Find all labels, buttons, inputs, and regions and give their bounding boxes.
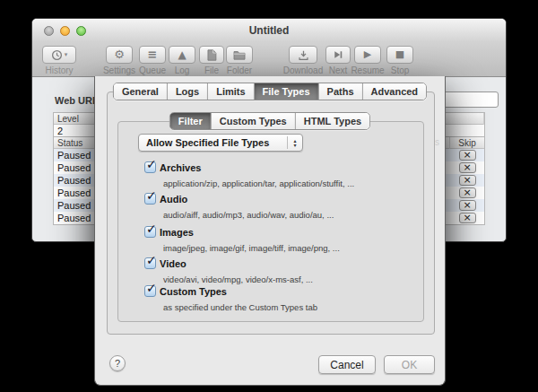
settings-button[interactable]: ⚙: [106, 46, 133, 64]
file-type-mode-select[interactable]: Allow Specified File Types ▴ ▾: [138, 134, 303, 152]
audio-detail: audio/aiff, audio/mp3, audio/wav, audio/…: [163, 210, 334, 220]
resume-button[interactable]: ▶: [354, 46, 381, 64]
skip-x-button[interactable]: ×: [459, 200, 476, 211]
skip-next-icon: [333, 49, 343, 60]
file-type-mode-value: Allow Specified File Types: [139, 137, 287, 148]
queue-button[interactable]: ≡: [139, 46, 166, 64]
settings-tool[interactable]: ⚙ Settings: [106, 46, 133, 64]
queue-tool[interactable]: ≡ Queue: [139, 46, 166, 64]
skip-x-button[interactable]: ×: [459, 213, 476, 223]
clock-icon: [51, 49, 63, 61]
queue-list-icon: ≡: [148, 47, 158, 63]
main-tab-bar: General Logs Limits File Types Paths Adv…: [113, 83, 427, 100]
close-button[interactable]: [44, 26, 54, 36]
folder-icon: [233, 49, 246, 60]
history-button[interactable]: ▾: [42, 46, 76, 64]
audio-checkbox[interactable]: ✓: [144, 193, 156, 205]
checkmark-icon: ✓: [146, 157, 157, 171]
video-label: Video: [160, 258, 187, 269]
file-label: File: [204, 65, 219, 75]
resume-tool[interactable]: ▶ Resume: [354, 46, 381, 64]
file-tool[interactable]: File: [199, 46, 224, 64]
settings-label: Settings: [103, 65, 135, 75]
tab-html-types[interactable]: HTML Types: [295, 113, 369, 129]
next-label: Next: [329, 65, 348, 75]
audio-label: Audio: [160, 194, 187, 205]
skip-x-button[interactable]: ×: [459, 187, 476, 198]
help-button[interactable]: ?: [109, 355, 126, 371]
stop-label: Stop: [391, 65, 410, 75]
minimize-button[interactable]: [60, 26, 70, 36]
file-button[interactable]: [199, 46, 224, 64]
stop-button[interactable]: ■: [386, 46, 413, 64]
custom-types-label: Custom Types: [160, 286, 227, 297]
queue-label: Queue: [139, 65, 166, 75]
video-checkbox[interactable]: ✓: [144, 257, 156, 269]
ok-button[interactable]: OK: [384, 355, 435, 374]
level-column-header[interactable]: Level: [54, 113, 97, 125]
archives-checkbox[interactable]: ✓: [144, 161, 156, 173]
video-detail: video/avi, video/mpg, video/x-ms-asf, ..…: [163, 274, 313, 284]
checkmark-icon: ✓: [146, 253, 157, 267]
checkmark-icon: ✓: [146, 222, 157, 236]
gear-icon: ⚙: [114, 47, 125, 63]
tab-logs[interactable]: Logs: [167, 83, 207, 100]
archives-label: Archives: [160, 162, 201, 173]
custom-types-detail: as specified under the Custom Types tab: [163, 302, 317, 312]
document-icon: [206, 49, 217, 61]
preferences-sheet: https://www.w Files Downloaded 0 Files R…: [94, 76, 446, 386]
log-button[interactable]: ▲: [169, 46, 195, 64]
stop-icon: ■: [395, 47, 404, 63]
skip-x-button[interactable]: ×: [459, 162, 476, 173]
tab-limits[interactable]: Limits: [207, 83, 253, 100]
tab-custom-types[interactable]: Custom Types: [211, 113, 295, 129]
download-icon: [298, 49, 309, 61]
download-tool[interactable]: Download: [289, 46, 317, 64]
history-tool[interactable]: ▾ History: [42, 46, 76, 64]
window-title: Untitled: [32, 19, 506, 42]
checkmark-icon: ✓: [146, 281, 157, 295]
images-checkbox[interactable]: ✓: [144, 226, 156, 238]
zoom-button[interactable]: [76, 26, 86, 36]
log-tool[interactable]: ▲ Log: [169, 46, 195, 64]
resume-label: Resume: [351, 65, 384, 75]
download-label: Download: [283, 65, 323, 75]
images-label: Images: [160, 227, 194, 238]
log-label: Log: [175, 65, 190, 75]
stop-tool[interactable]: ■ Stop: [386, 46, 413, 64]
tab-file-types[interactable]: File Types: [254, 83, 318, 100]
play-icon: ▶: [364, 47, 371, 63]
traffic-lights: [44, 26, 86, 36]
popup-arrows-icon: ▴ ▾: [287, 136, 302, 149]
folder-label: Folder: [227, 65, 252, 75]
next-button[interactable]: [325, 46, 351, 64]
warning-triangle-icon: ▲: [178, 47, 186, 63]
tab-filter[interactable]: Filter: [170, 113, 211, 129]
skip-column-header[interactable]: Skip: [450, 137, 484, 149]
skip-x-button[interactable]: ×: [459, 175, 476, 186]
download-button[interactable]: [289, 46, 317, 64]
tab-advanced[interactable]: Advanced: [362, 83, 427, 100]
folder-tool[interactable]: Folder: [226, 46, 253, 64]
tab-paths[interactable]: Paths: [318, 83, 362, 100]
next-tool[interactable]: Next: [325, 46, 351, 64]
sub-tab-bar: Filter Custom Types HTML Types: [169, 112, 370, 130]
title-bar[interactable]: Untitled: [32, 19, 506, 42]
chevron-down-icon: ▾: [65, 51, 68, 58]
skip-x-button[interactable]: ×: [459, 150, 476, 161]
checkmark-icon: ✓: [146, 188, 157, 203]
images-detail: image/jpeg, image/gif, image/tiff, image…: [163, 243, 340, 253]
cancel-button[interactable]: Cancel: [318, 355, 376, 374]
custom-types-checkbox[interactable]: ✓: [144, 285, 156, 297]
history-label: History: [45, 65, 73, 75]
arrow-down-icon: ▾: [293, 143, 296, 147]
archives-detail: application/zip, application/tar, applic…: [163, 179, 354, 188]
toolbar: ▾ History ⚙ Settings ≡ Queue ▲ Log: [32, 42, 506, 77]
folder-icon-button[interactable]: [226, 46, 253, 64]
tab-general[interactable]: General: [114, 83, 167, 100]
